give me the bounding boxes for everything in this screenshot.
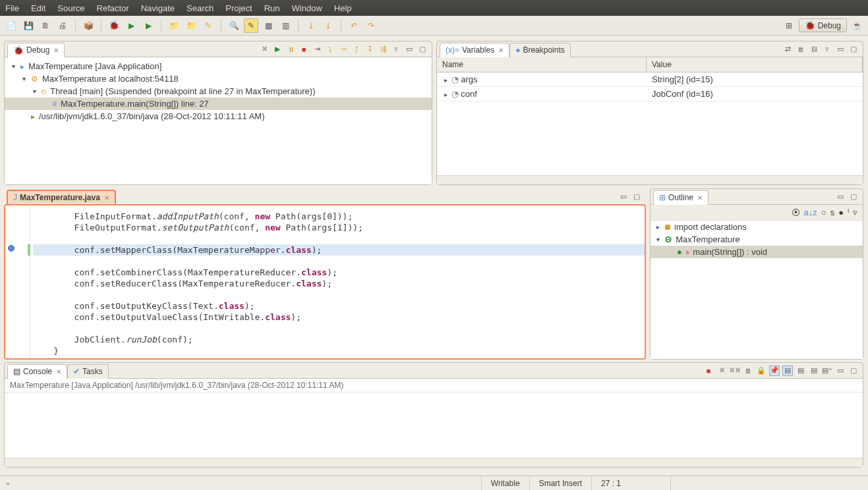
step-return-icon[interactable]: ⤴ [351,44,362,55]
minimize-icon[interactable]: ▭ [835,192,846,202]
outline-tab[interactable]: ⊞ Outline ✕ [653,190,709,205]
minimize-icon[interactable]: ▭ [835,44,846,55]
run-ext-icon[interactable]: ▶ [141,18,156,33]
new-class-icon[interactable]: 📁 [184,18,198,33]
debug-tree-row[interactable]: ▾⎋Thread [main] (Suspended (breakpoint a… [5,85,432,97]
outline-row[interactable]: ●smain(String[]) : void [651,246,863,258]
skip-bp-icon[interactable]: ▥ [278,18,293,33]
tasks-tab[interactable]: ✔ Tasks [67,364,109,379]
menu-project[interactable]: Project [225,3,252,13]
editor-area[interactable]: FileInputFormat.addInputPath(conf, new P… [4,204,646,360]
show-type-names-icon[interactable]: ⇄ [782,44,793,55]
clear-console-icon[interactable]: 🗎 [743,366,753,376]
menu-help[interactable]: Help [334,3,352,13]
step-filters-icon[interactable]: ⤓ [321,18,335,33]
variables-tab[interactable]: (x)= Variables ✕ [440,43,509,57]
new-console-icon[interactable]: ▤⁺ [822,366,832,376]
menu-navigate[interactable]: Navigate [141,3,175,13]
disconnect-icon[interactable]: ⇥ [312,44,322,55]
open-perspective-icon[interactable]: ⊞ [782,18,796,33]
type-icon[interactable]: ✎ [201,18,216,33]
search-icon[interactable]: 🔍 [227,18,241,33]
new-package-icon[interactable]: 📁 [167,18,181,33]
close-icon[interactable]: ✕ [498,47,504,54]
terminate-icon[interactable]: ■ [299,44,309,55]
debug-icon[interactable]: 🐞 [107,18,121,33]
debug-tree-row[interactable]: ≡MaxTemperature.main(String[]) line: 27 [5,97,432,110]
menu-edit[interactable]: Edit [31,3,45,13]
minimize-icon[interactable]: ▭ [835,366,846,376]
console-output[interactable] [5,393,863,458]
menu-run[interactable]: Run [264,3,280,13]
status-icon[interactable]: ▫ [0,479,16,488]
new-icon[interactable]: 📄 [4,18,18,33]
terminate-icon[interactable]: ■ [703,366,714,376]
debug-tree-row[interactable]: ▾⚙MaxTemperature at localhost:54118 [5,72,432,85]
outline-tree[interactable]: ▸import declarations▾ΘMaxTemperature●sma… [651,221,863,359]
save-icon[interactable]: 💾 [21,18,36,33]
view-menu-icon[interactable]: ▿ [391,44,401,55]
suspend-icon[interactable]: ⏸ [285,44,296,55]
close-icon[interactable]: ✕ [697,194,703,202]
hide-fields-icon[interactable]: ○ [821,207,826,217]
remove-all-icon[interactable]: ✖✖ [730,366,740,376]
close-icon[interactable]: ✕ [56,368,61,375]
scrollbar[interactable] [5,458,863,467]
resume-icon[interactable]: ▶ [272,44,283,55]
maximize-icon[interactable]: ▢ [848,366,859,376]
remove-launch-icon[interactable]: ✖ [716,366,727,376]
perspective-debug[interactable]: 🐞Debug [799,18,847,32]
scrollbar[interactable] [437,175,863,184]
debug-tree-row[interactable]: ▸/usr/lib/jvm/jdk1.6.0_37/bin/java (28-O… [5,110,432,122]
code-area[interactable]: FileInputFormat.addInputPath(conf, new P… [30,205,645,358]
col-value-header[interactable]: Value [647,57,863,72]
step-over-icon[interactable]: ⤼ [338,44,349,55]
console-tab[interactable]: ▤ Console ✕ [7,364,67,379]
variable-row[interactable]: ▸ ◔ argsString[2] (id=15) [437,72,863,87]
outline-row[interactable]: ▸import declarations [651,221,863,233]
sort-icon[interactable]: a↓z [804,207,817,217]
minimize-icon[interactable]: ▭ [404,44,415,55]
display-selected-icon[interactable]: ▤ [796,366,806,376]
view-menu-icon[interactable]: ▿ [853,207,857,217]
forward-icon[interactable]: ↷ [364,18,378,33]
breakpoint-marker[interactable] [8,245,14,252]
breakpoints-tab[interactable]: ● Breakpoints [509,43,571,57]
mark-icon[interactable]: ✎ [244,18,258,33]
collapse-all-icon[interactable]: ⊟ [809,44,819,55]
close-icon[interactable]: ✕ [53,47,59,54]
outline-row[interactable]: ▾ΘMaxTemperature [651,233,863,246]
menu-search[interactable]: Search [187,3,214,13]
use-step-filters-icon[interactable]: ⇶ [378,44,388,55]
minimize-icon[interactable]: ▭ [618,191,629,202]
debug-tree-row[interactable]: ▾▸MaxTemperature [Java Application] [5,60,432,72]
col-name-header[interactable]: Name [437,57,647,72]
variable-row[interactable]: ▸ ◔ confJobConf (id=16) [437,87,863,101]
debug-tab[interactable]: 🐞 Debug ✕ [7,43,65,57]
editor-tab[interactable]: J MaxTemperature.java ✕ [7,190,116,204]
run-icon[interactable]: ▶ [124,18,138,33]
toggle-bp-icon[interactable]: ▦ [261,18,275,33]
menu-source[interactable]: Source [57,3,84,13]
variables-table[interactable]: Name Value ▸ ◔ argsString[2] (id=15)▸ ◔ … [437,57,863,175]
perspective-java-icon[interactable]: ☕ [850,18,864,33]
build-icon[interactable]: 📦 [81,18,96,33]
print-icon[interactable]: 🖨 [55,18,70,33]
remove-terminated-icon[interactable]: ✖ [259,44,270,55]
maximize-icon[interactable]: ▢ [417,44,428,55]
hide-static-icon[interactable]: s [830,207,835,217]
hide-local-icon[interactable]: ˡ [848,207,849,217]
show-logical-icon[interactable]: 🗎 [796,44,806,55]
menu-window[interactable]: Window [292,3,322,13]
maximize-icon[interactable]: ▢ [848,192,859,202]
back-icon[interactable]: ↶ [347,18,361,33]
editor-gutter[interactable] [5,205,30,358]
close-icon[interactable]: ✕ [104,194,109,202]
debug-tree[interactable]: ▾▸MaxTemperature [Java Application]▾⚙Max… [5,57,432,184]
step-drop-icon[interactable]: ⤓ [304,18,318,33]
maximize-icon[interactable]: ▢ [848,44,859,55]
open-console-icon[interactable]: ▤ [809,366,819,376]
pin-console-icon[interactable]: 📌 [769,366,780,376]
hide-nonpublic-icon[interactable]: ● [838,207,844,217]
step-into-icon[interactable]: ⤵ [325,44,335,55]
